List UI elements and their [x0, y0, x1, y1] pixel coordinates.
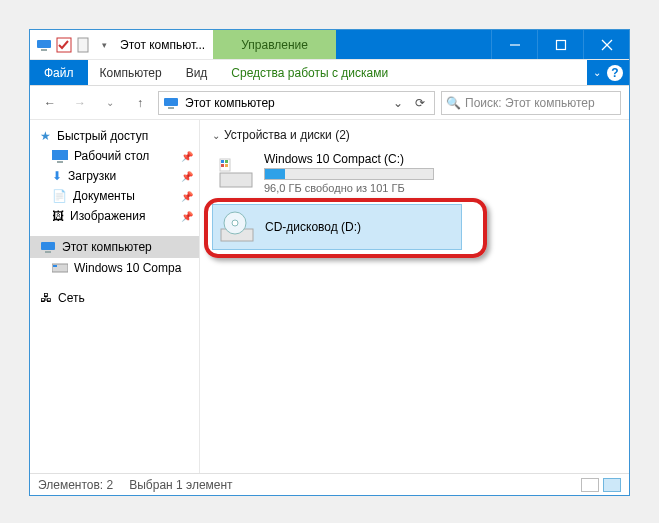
nav-this-pc[interactable]: Этот компьютер — [30, 236, 199, 258]
status-item-count: Элементов: 2 — [38, 478, 113, 492]
nav-label: Загрузки — [68, 169, 116, 183]
network-icon: 🖧 — [40, 291, 52, 305]
svg-rect-15 — [53, 265, 57, 267]
ribbon-tab-file[interactable]: Файл — [30, 60, 88, 85]
nav-label: Изображения — [70, 209, 145, 223]
search-box[interactable]: 🔍 Поиск: Этот компьютер — [441, 91, 621, 115]
star-icon: ★ — [40, 129, 51, 143]
nav-label: Быстрый доступ — [57, 129, 148, 143]
address-bar[interactable]: Этот компьютер ⌄ ⟳ — [158, 91, 435, 115]
close-button[interactable] — [583, 30, 629, 59]
ribbon-expand[interactable]: ⌄ ? — [587, 60, 629, 85]
svg-rect-16 — [220, 173, 252, 187]
svg-rect-3 — [78, 38, 88, 52]
content-pane: ⌄ Устройства и диски (2) Windows 10 Comp… — [200, 120, 629, 473]
pin-icon: 📌 — [181, 171, 193, 182]
search-icon: 🔍 — [446, 96, 461, 110]
downloads-icon: ⬇ — [52, 169, 62, 183]
drive-name: Windows 10 Compact (C:) — [264, 152, 456, 166]
svg-rect-13 — [45, 251, 51, 253]
cd-icon — [219, 209, 255, 245]
quick-access-toolbar: ▾ — [30, 30, 118, 59]
qat-dropdown-icon[interactable]: ▾ — [96, 37, 112, 53]
chevron-down-icon: ⌄ — [593, 67, 601, 78]
up-button[interactable]: ↑ — [128, 91, 152, 115]
desktop-icon — [52, 149, 68, 163]
status-bar: Элементов: 2 Выбран 1 элемент — [30, 473, 629, 495]
address-bar-row: ← → ⌄ ↑ Этот компьютер ⌄ ⟳ 🔍 Поиск: Этот… — [30, 86, 629, 120]
contextual-tab-header[interactable]: Управление — [213, 30, 336, 59]
svg-rect-1 — [41, 49, 47, 51]
svg-rect-10 — [52, 150, 68, 160]
svg-rect-8 — [164, 98, 178, 106]
svg-rect-11 — [57, 161, 63, 163]
refresh-button[interactable]: ⟳ — [410, 96, 430, 110]
title-bar: ▾ Этот компьют... Управление — [30, 30, 629, 60]
nav-label: Документы — [73, 189, 135, 203]
svg-point-24 — [232, 220, 238, 226]
explorer-window: ▾ Этот компьют... Управление Файл Компью… — [29, 29, 630, 496]
nav-pictures[interactable]: 🖼 Изображения 📌 — [30, 206, 199, 226]
nav-drive-c[interactable]: Windows 10 Compa — [30, 258, 199, 278]
back-button[interactable]: ← — [38, 91, 62, 115]
svg-rect-18 — [221, 160, 224, 163]
nav-network[interactable]: 🖧 Сеть — [30, 288, 199, 308]
window-title: Этот компьют... — [118, 30, 213, 59]
drive-name: CD-дисковод (D:) — [265, 220, 455, 234]
section-header[interactable]: ⌄ Устройства и диски (2) — [212, 128, 617, 142]
ribbon-tabs: Файл Компьютер Вид Средства работы с дис… — [30, 60, 629, 86]
svg-rect-5 — [556, 40, 565, 49]
address-dropdown-icon[interactable]: ⌄ — [388, 96, 408, 110]
view-tiles-button[interactable] — [603, 478, 621, 492]
pin-icon: 📌 — [181, 191, 193, 202]
pictures-icon: 🖼 — [52, 209, 64, 223]
ribbon-tab-computer[interactable]: Компьютер — [88, 60, 174, 85]
maximize-button[interactable] — [537, 30, 583, 59]
svg-rect-19 — [221, 164, 224, 167]
drive-d-cd[interactable]: CD-дисковод (D:) — [212, 204, 462, 250]
section-title: Устройства и диски (2) — [224, 128, 350, 142]
address-text: Этот компьютер — [185, 96, 275, 110]
nav-downloads[interactable]: ⬇ Загрузки 📌 — [30, 166, 199, 186]
drive-freespace: 96,0 ГБ свободно из 101 ГБ — [264, 182, 434, 194]
hdd-icon — [52, 262, 68, 274]
view-details-button[interactable] — [581, 478, 599, 492]
pin-icon: 📌 — [181, 211, 193, 222]
properties-icon[interactable] — [76, 37, 92, 53]
documents-icon: 📄 — [52, 189, 67, 203]
ribbon-tab-view[interactable]: Вид — [174, 60, 220, 85]
svg-rect-0 — [37, 40, 51, 48]
navigation-pane: ★ Быстрый доступ Рабочий стол 📌 ⬇ Загруз… — [30, 120, 200, 473]
nav-label: Сеть — [58, 291, 85, 305]
forward-button[interactable]: → — [68, 91, 92, 115]
usage-bar — [264, 168, 434, 180]
nav-desktop[interactable]: Рабочий стол 📌 — [30, 146, 199, 166]
status-selection: Выбран 1 элемент — [129, 478, 232, 492]
svg-rect-9 — [168, 107, 174, 109]
search-placeholder: Поиск: Этот компьютер — [465, 96, 595, 110]
minimize-button[interactable] — [491, 30, 537, 59]
help-icon[interactable]: ? — [607, 65, 623, 81]
pc-icon — [36, 37, 52, 53]
hdd-icon — [218, 155, 254, 191]
nav-quick-access[interactable]: ★ Быстрый доступ — [30, 126, 199, 146]
chevron-down-icon: ⌄ — [212, 130, 220, 141]
pc-icon — [163, 95, 179, 111]
recent-dropdown[interactable]: ⌄ — [98, 91, 122, 115]
pc-icon — [40, 239, 56, 255]
drive-c[interactable]: Windows 10 Compact (C:) 96,0 ГБ свободно… — [212, 148, 462, 198]
checkbox-icon[interactable] — [56, 37, 72, 53]
svg-rect-21 — [225, 164, 228, 167]
nav-documents[interactable]: 📄 Документы 📌 — [30, 186, 199, 206]
svg-rect-12 — [41, 242, 55, 250]
window-controls — [491, 30, 629, 59]
nav-label: Рабочий стол — [74, 149, 149, 163]
ribbon-tab-disk-tools[interactable]: Средства работы с дисками — [219, 60, 400, 85]
pin-icon: 📌 — [181, 151, 193, 162]
nav-label: Этот компьютер — [62, 240, 152, 254]
svg-rect-20 — [225, 160, 228, 163]
nav-label: Windows 10 Compa — [74, 261, 181, 275]
